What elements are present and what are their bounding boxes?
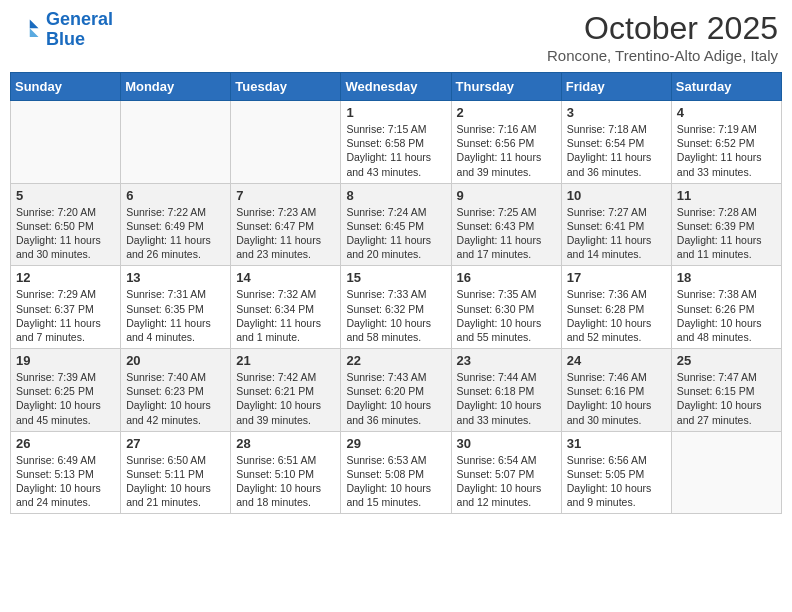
day-number: 19 [16, 353, 115, 368]
day-number: 14 [236, 270, 335, 285]
calendar-cell: 24Sunrise: 7:46 AM Sunset: 6:16 PM Dayli… [561, 349, 671, 432]
day-info: Sunrise: 7:43 AM Sunset: 6:20 PM Dayligh… [346, 370, 445, 427]
calendar-cell: 7Sunrise: 7:23 AM Sunset: 6:47 PM Daylig… [231, 183, 341, 266]
calendar-cell: 31Sunrise: 6:56 AM Sunset: 5:05 PM Dayli… [561, 431, 671, 514]
day-info: Sunrise: 7:19 AM Sunset: 6:52 PM Dayligh… [677, 122, 776, 179]
day-info: Sunrise: 7:23 AM Sunset: 6:47 PM Dayligh… [236, 205, 335, 262]
day-number: 15 [346, 270, 445, 285]
day-number: 16 [457, 270, 556, 285]
location-title: Roncone, Trentino-Alto Adige, Italy [547, 47, 778, 64]
day-info: Sunrise: 7:42 AM Sunset: 6:21 PM Dayligh… [236, 370, 335, 427]
day-number: 18 [677, 270, 776, 285]
calendar-cell: 14Sunrise: 7:32 AM Sunset: 6:34 PM Dayli… [231, 266, 341, 349]
page-header: General Blue October 2025 Roncone, Trent… [10, 10, 782, 64]
day-number: 7 [236, 188, 335, 203]
day-info: Sunrise: 7:38 AM Sunset: 6:26 PM Dayligh… [677, 287, 776, 344]
calendar-cell: 12Sunrise: 7:29 AM Sunset: 6:37 PM Dayli… [11, 266, 121, 349]
logo: General Blue [14, 10, 113, 50]
calendar-cell: 17Sunrise: 7:36 AM Sunset: 6:28 PM Dayli… [561, 266, 671, 349]
day-number: 20 [126, 353, 225, 368]
calendar-cell: 6Sunrise: 7:22 AM Sunset: 6:49 PM Daylig… [121, 183, 231, 266]
calendar-cell [671, 431, 781, 514]
calendar-cell: 3Sunrise: 7:18 AM Sunset: 6:54 PM Daylig… [561, 101, 671, 184]
day-number: 13 [126, 270, 225, 285]
calendar-cell: 21Sunrise: 7:42 AM Sunset: 6:21 PM Dayli… [231, 349, 341, 432]
calendar-cell: 25Sunrise: 7:47 AM Sunset: 6:15 PM Dayli… [671, 349, 781, 432]
calendar-cell: 8Sunrise: 7:24 AM Sunset: 6:45 PM Daylig… [341, 183, 451, 266]
calendar-cell [121, 101, 231, 184]
day-number: 3 [567, 105, 666, 120]
day-info: Sunrise: 7:28 AM Sunset: 6:39 PM Dayligh… [677, 205, 776, 262]
day-info: Sunrise: 7:24 AM Sunset: 6:45 PM Dayligh… [346, 205, 445, 262]
calendar-cell: 11Sunrise: 7:28 AM Sunset: 6:39 PM Dayli… [671, 183, 781, 266]
day-info: Sunrise: 7:18 AM Sunset: 6:54 PM Dayligh… [567, 122, 666, 179]
calendar-week-row: 1Sunrise: 7:15 AM Sunset: 6:58 PM Daylig… [11, 101, 782, 184]
day-info: Sunrise: 7:44 AM Sunset: 6:18 PM Dayligh… [457, 370, 556, 427]
day-number: 2 [457, 105, 556, 120]
calendar-cell: 30Sunrise: 6:54 AM Sunset: 5:07 PM Dayli… [451, 431, 561, 514]
day-info: Sunrise: 7:15 AM Sunset: 6:58 PM Dayligh… [346, 122, 445, 179]
day-info: Sunrise: 6:51 AM Sunset: 5:10 PM Dayligh… [236, 453, 335, 510]
day-info: Sunrise: 6:50 AM Sunset: 5:11 PM Dayligh… [126, 453, 225, 510]
day-info: Sunrise: 7:36 AM Sunset: 6:28 PM Dayligh… [567, 287, 666, 344]
calendar-header-row: SundayMondayTuesdayWednesdayThursdayFrid… [11, 73, 782, 101]
calendar-cell: 29Sunrise: 6:53 AM Sunset: 5:08 PM Dayli… [341, 431, 451, 514]
calendar-cell: 13Sunrise: 7:31 AM Sunset: 6:35 PM Dayli… [121, 266, 231, 349]
calendar-cell: 1Sunrise: 7:15 AM Sunset: 6:58 PM Daylig… [341, 101, 451, 184]
day-info: Sunrise: 6:49 AM Sunset: 5:13 PM Dayligh… [16, 453, 115, 510]
calendar-cell [231, 101, 341, 184]
calendar-cell: 4Sunrise: 7:19 AM Sunset: 6:52 PM Daylig… [671, 101, 781, 184]
calendar-cell: 19Sunrise: 7:39 AM Sunset: 6:25 PM Dayli… [11, 349, 121, 432]
day-of-week-header: Tuesday [231, 73, 341, 101]
month-title: October 2025 [547, 10, 778, 47]
day-info: Sunrise: 6:54 AM Sunset: 5:07 PM Dayligh… [457, 453, 556, 510]
day-of-week-header: Monday [121, 73, 231, 101]
day-info: Sunrise: 7:16 AM Sunset: 6:56 PM Dayligh… [457, 122, 556, 179]
day-info: Sunrise: 7:39 AM Sunset: 6:25 PM Dayligh… [16, 370, 115, 427]
day-number: 10 [567, 188, 666, 203]
logo-text: General Blue [46, 10, 113, 50]
calendar-cell: 2Sunrise: 7:16 AM Sunset: 6:56 PM Daylig… [451, 101, 561, 184]
day-info: Sunrise: 7:33 AM Sunset: 6:32 PM Dayligh… [346, 287, 445, 344]
day-info: Sunrise: 6:53 AM Sunset: 5:08 PM Dayligh… [346, 453, 445, 510]
calendar-cell: 26Sunrise: 6:49 AM Sunset: 5:13 PM Dayli… [11, 431, 121, 514]
svg-marker-1 [30, 19, 39, 28]
calendar-cell [11, 101, 121, 184]
day-number: 21 [236, 353, 335, 368]
day-number: 12 [16, 270, 115, 285]
calendar-cell: 16Sunrise: 7:35 AM Sunset: 6:30 PM Dayli… [451, 266, 561, 349]
day-info: Sunrise: 6:56 AM Sunset: 5:05 PM Dayligh… [567, 453, 666, 510]
day-info: Sunrise: 7:35 AM Sunset: 6:30 PM Dayligh… [457, 287, 556, 344]
calendar-week-row: 5Sunrise: 7:20 AM Sunset: 6:50 PM Daylig… [11, 183, 782, 266]
svg-rect-0 [14, 16, 42, 44]
calendar-cell: 22Sunrise: 7:43 AM Sunset: 6:20 PM Dayli… [341, 349, 451, 432]
day-info: Sunrise: 7:46 AM Sunset: 6:16 PM Dayligh… [567, 370, 666, 427]
logo-icon [14, 16, 42, 44]
day-number: 27 [126, 436, 225, 451]
day-info: Sunrise: 7:32 AM Sunset: 6:34 PM Dayligh… [236, 287, 335, 344]
calendar-cell: 23Sunrise: 7:44 AM Sunset: 6:18 PM Dayli… [451, 349, 561, 432]
day-number: 24 [567, 353, 666, 368]
day-of-week-header: Saturday [671, 73, 781, 101]
day-info: Sunrise: 7:20 AM Sunset: 6:50 PM Dayligh… [16, 205, 115, 262]
calendar-cell: 15Sunrise: 7:33 AM Sunset: 6:32 PM Dayli… [341, 266, 451, 349]
day-number: 11 [677, 188, 776, 203]
day-info: Sunrise: 7:27 AM Sunset: 6:41 PM Dayligh… [567, 205, 666, 262]
day-of-week-header: Friday [561, 73, 671, 101]
day-info: Sunrise: 7:47 AM Sunset: 6:15 PM Dayligh… [677, 370, 776, 427]
day-number: 23 [457, 353, 556, 368]
calendar-cell: 28Sunrise: 6:51 AM Sunset: 5:10 PM Dayli… [231, 431, 341, 514]
day-number: 28 [236, 436, 335, 451]
day-of-week-header: Sunday [11, 73, 121, 101]
title-block: October 2025 Roncone, Trentino-Alto Adig… [547, 10, 778, 64]
calendar-week-row: 26Sunrise: 6:49 AM Sunset: 5:13 PM Dayli… [11, 431, 782, 514]
day-of-week-header: Wednesday [341, 73, 451, 101]
day-info: Sunrise: 7:29 AM Sunset: 6:37 PM Dayligh… [16, 287, 115, 344]
calendar-cell: 5Sunrise: 7:20 AM Sunset: 6:50 PM Daylig… [11, 183, 121, 266]
svg-marker-2 [30, 28, 39, 37]
calendar-cell: 27Sunrise: 6:50 AM Sunset: 5:11 PM Dayli… [121, 431, 231, 514]
calendar-cell: 10Sunrise: 7:27 AM Sunset: 6:41 PM Dayli… [561, 183, 671, 266]
day-number: 26 [16, 436, 115, 451]
calendar-cell: 18Sunrise: 7:38 AM Sunset: 6:26 PM Dayli… [671, 266, 781, 349]
day-number: 22 [346, 353, 445, 368]
